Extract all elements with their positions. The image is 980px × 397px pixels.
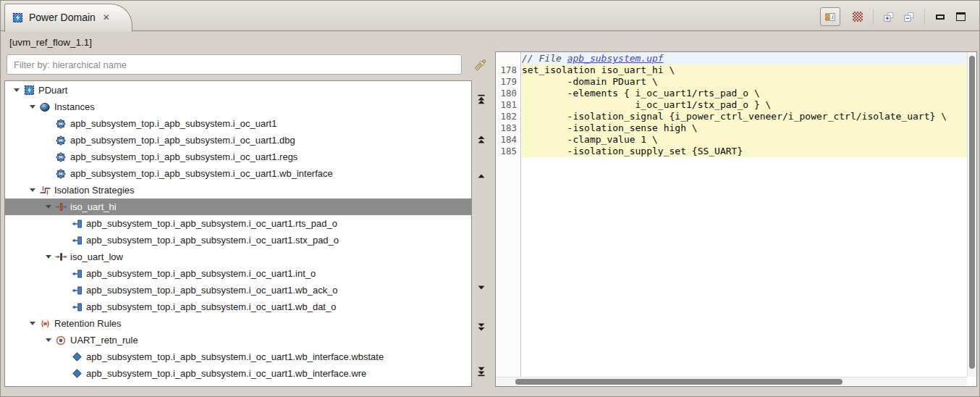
go-to-first-icon [476, 94, 486, 104]
tree-item-label: Isolation Strategies [54, 185, 135, 196]
minimize-view-button[interactable] [930, 7, 950, 26]
expander-triangle-icon[interactable] [43, 338, 54, 342]
tree-item-label: apb_subsystem_top.i_apb_subsystem.i_oc_u… [70, 168, 333, 179]
expander-triangle-icon[interactable] [11, 88, 22, 92]
tree-item-label: PDuart [38, 85, 67, 96]
port-icon [70, 269, 83, 278]
tree-item-label: apb_subsystem_top.i_apb_subsystem.i_oc_u… [70, 135, 295, 146]
toolbar-separator [873, 9, 874, 24]
show-details-toggle-button[interactable] [820, 7, 840, 26]
up-arrow-icon [476, 171, 486, 181]
page-down-icon [476, 322, 486, 333]
expander-triangle-icon[interactable] [27, 105, 38, 109]
code-line: -isolation_sense high \ [522, 122, 967, 134]
disabled-filter-button[interactable] [848, 7, 868, 26]
page-up-icon [476, 134, 486, 144]
line-number: 179 [496, 76, 520, 88]
code-line: -clamp_value 1 \ [522, 134, 967, 146]
tree-item-uart-retn-rule[interactable]: UART_retn_rule [5, 332, 471, 348]
details-icon [825, 12, 835, 22]
expander-triangle-icon[interactable] [27, 188, 38, 192]
tree-item-instance[interactable]: apb_subsystem_top.i_apb_subsystem.i_oc_u… [5, 149, 471, 165]
tree-item-port[interactable]: apb_subsystem_top.i_apb_subsystem.i_oc_u… [5, 282, 471, 298]
tree-item-label: iso_uart_low [70, 251, 123, 262]
retention-element-diamond-icon [70, 352, 83, 362]
tree-item-pduart[interactable]: PDuart [5, 82, 471, 99]
port-icon [70, 303, 83, 312]
scope-label: [uvm_ref_flow_1.1] [9, 37, 92, 48]
line-number: 178 [496, 64, 520, 76]
isolation-strategies-icon [38, 185, 51, 196]
code-line: -domain PDuart \ [522, 76, 967, 88]
vertical-scrollbar-thumb[interactable] [969, 56, 975, 369]
page-up-button[interactable] [476, 133, 487, 144]
editor-horizontal-scrollbar[interactable] [496, 377, 967, 386]
view-tab-bar: Power Domain ✕ [1, 1, 979, 31]
tree-item-port[interactable]: apb_subsystem_top.i_apb_subsystem.i_oc_u… [5, 215, 471, 232]
previous-item-button[interactable] [476, 170, 487, 181]
tree-item-port[interactable]: apb_subsystem_top.i_apb_subsystem.i_oc_u… [5, 265, 471, 282]
retention-rule-icon [54, 335, 67, 346]
maximize-view-button[interactable] [950, 7, 971, 26]
expander-triangle-icon[interactable] [43, 255, 54, 259]
code-line: i_oc_uart1/stx_pad_o } \ [522, 99, 967, 111]
code-area[interactable]: // File apb_subsystem.upf set_isolation … [522, 52, 967, 377]
tree-item-retention-rules[interactable]: Retention Rules [5, 315, 471, 332]
comment-prefix: // File [522, 53, 567, 64]
down-arrow-icon [476, 283, 486, 293]
tree-item-retention-element[interactable]: apb_subsystem_top.i_apb_subsystem.i_oc_u… [5, 365, 471, 382]
tree-item-port[interactable]: apb_subsystem_top.i_apb_subsystem.i_oc_u… [5, 232, 471, 248]
expander-triangle-icon[interactable] [27, 322, 38, 325]
go-to-first-button[interactable] [476, 93, 487, 104]
close-icon[interactable]: ✕ [103, 13, 110, 22]
collapse-all-button[interactable] [899, 7, 919, 26]
line-number: 181 [496, 99, 520, 111]
go-to-last-button[interactable] [476, 366, 487, 377]
tree-item-label: apb_subsystem_top.i_apb_subsystem.i_oc_u… [70, 151, 297, 162]
power-domain-view: Power Domain ✕ [0, 0, 980, 397]
tree-item-instances[interactable]: Instances [5, 99, 471, 115]
tree-item-label: apb_subsystem_top.i_apb_subsystem.i_oc_u… [86, 268, 316, 279]
next-item-button[interactable] [476, 282, 487, 293]
minimize-icon [936, 14, 945, 20]
port-icon [70, 236, 83, 245]
tree-item-label: apb_subsystem_top.i_apb_subsystem.i_oc_u… [70, 118, 276, 129]
tree-item-isolation-strategies[interactable]: Isolation Strategies [5, 182, 471, 198]
upf-file-link[interactable]: apb_subsystem.upf [567, 53, 664, 64]
expand-all-button[interactable] [879, 7, 899, 26]
horizontal-scrollbar-thumb[interactable] [515, 379, 842, 385]
line-number: 185 [496, 146, 520, 157]
tree-item-retention-element[interactable]: apb_subsystem_top.i_apb_subsystem.i_oc_u… [5, 348, 471, 365]
instances-group-icon [38, 102, 51, 112]
port-icon [70, 220, 83, 228]
tree-item-instance[interactable]: apb_subsystem_top.i_apb_subsystem.i_oc_u… [5, 115, 471, 132]
tree-item-iso-uart-low[interactable]: iso_uart_low [5, 248, 471, 265]
tree-item-instance[interactable]: apb_subsystem_top.i_apb_subsystem.i_oc_u… [5, 165, 471, 182]
tree-item-label: apb_subsystem_top.i_apb_subsystem.i_oc_u… [86, 218, 337, 229]
editor-vertical-scrollbar[interactable] [967, 52, 976, 377]
tab-power-domain[interactable]: Power Domain ✕ [4, 4, 132, 32]
retention-element-diamond-icon [70, 369, 83, 378]
go-to-last-icon [476, 367, 486, 377]
maximize-icon [956, 12, 966, 21]
tree-item-port[interactable]: apb_subsystem_top.i_apb_subsystem.i_oc_u… [5, 298, 471, 315]
file-header-comment: // File apb_subsystem.upf [522, 52, 967, 64]
expander-triangle-icon[interactable] [43, 205, 54, 209]
tree-item-label: apb_subsystem_top.i_apb_subsystem.i_oc_u… [86, 301, 336, 312]
isolation-strategy-high-icon [54, 203, 67, 211]
filter-input[interactable] [7, 54, 462, 75]
retention-rules-icon [38, 319, 51, 329]
code-line: -isolation_supply_set {SS_UART} [522, 146, 967, 157]
tree-item-instance[interactable]: apb_subsystem_top.i_apb_subsystem.i_oc_u… [5, 132, 471, 149]
port-icon [70, 286, 83, 295]
page-down-button[interactable] [476, 322, 487, 333]
tab-title: Power Domain [29, 12, 96, 23]
power-domain-icon [12, 12, 23, 23]
collapse-all-icon [904, 11, 914, 23]
tree-item-iso-uart-hi[interactable]: iso_uart_hi [5, 198, 471, 215]
tree-item-label: UART_retn_rule [70, 335, 138, 346]
module-instance-icon [54, 135, 67, 146]
code-line: set_isolation iso_uart_hi \ [522, 64, 967, 76]
clear-filter-button[interactable] [472, 56, 489, 73]
line-number: 183 [496, 122, 520, 134]
